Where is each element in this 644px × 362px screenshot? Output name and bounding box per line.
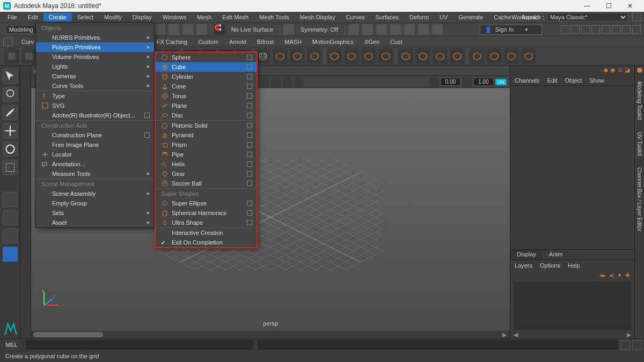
menu-item-disc[interactable]: Disc [156, 110, 257, 120]
menu-item-helix[interactable]: Helix [156, 159, 257, 169]
near-clip[interactable]: 0.00 [441, 78, 460, 86]
options-box[interactable] [247, 142, 252, 147]
layer-menu[interactable]: Help [568, 262, 580, 269]
menu-modify[interactable]: Modify [99, 13, 127, 21]
menu-select[interactable]: Select [72, 13, 99, 21]
tab-display[interactable]: Display [510, 250, 543, 260]
menu-create[interactable]: Create [43, 13, 72, 21]
shelf-tab[interactable]: XGen [359, 38, 385, 46]
cb-icon[interactable]: ⊙ [618, 67, 623, 74]
shelf-menu-icon[interactable] [3, 38, 13, 46]
options-box[interactable] [247, 210, 252, 216]
scale-tool[interactable] [3, 160, 18, 175]
menu-item-super-ellipse[interactable]: Super Ellipse [156, 198, 257, 208]
menu-item-pipe[interactable]: Pipe [156, 150, 257, 159]
options-box[interactable] [247, 123, 252, 128]
options-box[interactable] [247, 113, 252, 118]
shelf-tab[interactable]: Custom [193, 38, 224, 46]
cb-menu[interactable]: Edit [547, 77, 557, 84]
live-surface-label[interactable]: No Live Surface [228, 26, 276, 33]
toolbar-icon[interactable] [348, 24, 359, 35]
menu-item-soccer-ball[interactable]: Soccer Ball [156, 179, 257, 188]
menu-item-asset[interactable]: Asset▶ [36, 218, 154, 227]
menu-curves[interactable]: Curves [341, 13, 370, 21]
toolbar-icon[interactable] [155, 24, 165, 35]
close-button[interactable]: ✕ [619, 0, 641, 12]
shelf-icon[interactable] [273, 49, 288, 64]
menu-uv[interactable]: UV [434, 13, 453, 21]
sym-icon[interactable] [283, 24, 294, 35]
options-box[interactable] [144, 132, 150, 138]
options-box[interactable] [247, 55, 252, 60]
menu-item-cone[interactable]: Cone [156, 82, 257, 91]
menu-item-platonic-solid[interactable]: Platonic Solid [156, 121, 257, 130]
menu-generate[interactable]: Generate [453, 13, 488, 21]
shelf-icon[interactable] [433, 49, 448, 64]
right-scrollbar[interactable]: ◀▶ [510, 331, 634, 338]
shelf-icon[interactable] [470, 49, 485, 64]
vp-tool-icon[interactable] [462, 77, 472, 87]
rotate-tool[interactable] [3, 142, 18, 157]
cb-icon[interactable]: ◪ [625, 67, 630, 74]
layout-icon[interactable] [622, 25, 631, 34]
shelf-tab[interactable]: Bifrost [252, 38, 279, 46]
menu-item-spherical-harmonics[interactable]: Spherical Harmonics [156, 208, 257, 218]
menu-item-cylinder[interactable]: Cylinder [156, 72, 257, 82]
signin-button[interactable]: 👤 Sign In ▼ [480, 25, 542, 35]
move-tool[interactable] [3, 123, 18, 138]
shelf-icon[interactable] [521, 49, 536, 64]
options-box[interactable] [247, 220, 252, 225]
shelf-icon[interactable] [361, 49, 376, 64]
outliner-collapsed[interactable] [20, 65, 31, 338]
menu-item-prism[interactable]: Prism [156, 140, 257, 150]
toolbar-icon[interactable] [432, 24, 443, 35]
menu-item-sets[interactable]: Sets▶ [36, 208, 154, 218]
toolkit-icon[interactable] [637, 68, 642, 73]
options-box[interactable] [247, 152, 252, 157]
menu-item-locator[interactable]: Locator [36, 150, 154, 159]
menu-edit-mesh[interactable]: Edit Mesh [217, 13, 254, 21]
shelf-tab[interactable]: Cust [385, 38, 408, 46]
menu-item-exit-on-completion[interactable]: ✔Exit On Completion [156, 238, 257, 247]
menu-item-svg[interactable]: SVG [36, 101, 154, 110]
shelf-icon[interactable] [344, 49, 359, 64]
menu-file[interactable]: File [2, 13, 23, 21]
menu-item-sphere[interactable]: Sphere [156, 53, 257, 62]
vp-tool-icon[interactable] [260, 77, 269, 87]
shelf-icon[interactable] [307, 49, 322, 64]
shelf-icon[interactable] [450, 49, 465, 64]
menu-item-gear[interactable]: Gear [156, 169, 257, 179]
script-lang[interactable]: MEL [0, 342, 24, 348]
cb-menu[interactable]: Object [565, 77, 582, 84]
layout-tool[interactable] [3, 247, 18, 262]
menu-item-lights[interactable]: Lights▶ [36, 62, 154, 71]
options-box[interactable] [247, 84, 252, 89]
tab-uv-toolkit[interactable]: UV Toolkit [636, 129, 642, 159]
timeline-thumb[interactable] [33, 332, 103, 337]
paint-tool[interactable] [3, 105, 18, 120]
menu-item-cameras[interactable]: Cameras▶ [36, 71, 154, 81]
menu-item-plane[interactable]: Plane [156, 101, 257, 110]
layout-icon[interactable] [571, 25, 580, 34]
tab-channel-box[interactable]: Channel Box / Layer Editor [636, 164, 642, 235]
options-box[interactable] [247, 201, 252, 206]
toolbar-icon[interactable] [182, 24, 193, 35]
tab-anim[interactable]: Anim [543, 250, 569, 260]
symmetry-label[interactable]: Symmetry: Off [297, 26, 341, 33]
layout-icon[interactable] [581, 25, 590, 34]
toolbar-icon[interactable] [196, 24, 207, 35]
menu-item-volume-primitives[interactable]: Volume Primitives▶ [36, 52, 154, 62]
far-clip[interactable]: 1.00 [473, 78, 493, 86]
layout-icon[interactable] [602, 25, 610, 34]
toolbar-icon[interactable] [418, 24, 429, 35]
layer-icon[interactable]: ◂| [609, 272, 614, 279]
menu-item-curve-tools[interactable]: Curve Tools▶ [36, 81, 154, 91]
shelf-icon[interactable] [290, 49, 305, 64]
vp-tool-icon[interactable] [429, 77, 439, 87]
scroll-right-icon[interactable]: ▶ [499, 331, 510, 338]
layout-icon[interactable] [632, 25, 641, 34]
toolbar-icon[interactable] [362, 24, 373, 35]
options-box[interactable] [247, 171, 252, 176]
menu-windows[interactable]: Windows [157, 13, 192, 21]
options-box[interactable] [247, 181, 252, 186]
